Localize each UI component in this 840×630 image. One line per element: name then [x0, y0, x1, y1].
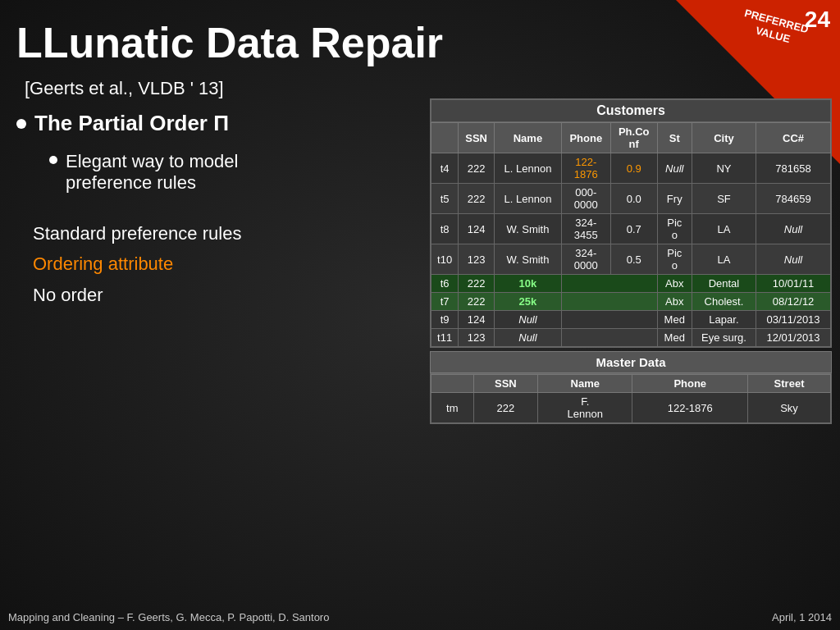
cell-cc: Null — [756, 214, 831, 244]
table-row: t4 222 L. Lennon 122-1876 0.9 Null NY 78… — [431, 153, 831, 184]
cell-st: Med — [657, 311, 692, 329]
cell-phone: 122-1876 — [561, 153, 610, 184]
cell-name: L. Lennon — [494, 184, 561, 214]
cell-ssn: 222 — [459, 275, 495, 293]
cell-id: t7 — [431, 293, 459, 311]
cell-st: Fry — [657, 184, 692, 214]
cell-name: 10k — [494, 275, 561, 293]
table-row: t7 222 25k Abx Cholest. 08/12/12 — [431, 293, 831, 311]
master-col-phone: Phone — [632, 375, 748, 393]
master-col-name: Name — [538, 375, 632, 393]
cell-id: t9 — [431, 311, 459, 329]
cell-city: Cholest. — [692, 293, 756, 311]
customers-header-row: SSN Name Phone Ph.Conf St City CC# — [431, 123, 831, 153]
cell-st: Abx — [657, 293, 692, 311]
table-row: tm 222 F.Lennon 122-1876 Sky — [431, 393, 831, 423]
master-col-id — [431, 375, 474, 393]
cell-conf: 0.0 — [610, 184, 657, 214]
no-order-label: No order — [33, 280, 410, 310]
cell-city: LA — [692, 244, 756, 275]
footer-date: April, 1 2014 — [772, 611, 832, 623]
col-header-name: Name — [494, 123, 561, 153]
cell-st: Null — [657, 153, 692, 184]
cell-phone: 000-0000 — [561, 184, 610, 214]
cell-cc: Null — [756, 244, 831, 275]
col-header-phconf: Ph.Conf — [610, 123, 657, 153]
cell-city: NY — [692, 153, 756, 184]
customers-table: SSN Name Phone Ph.Conf St City CC# t4 22… — [431, 122, 831, 347]
cell-ssn: 222 — [459, 184, 495, 214]
cell-id: t6 — [431, 275, 459, 293]
cell-cc: 03/11/2013 — [756, 311, 831, 329]
master-cell-id: tm — [431, 393, 474, 423]
customers-table-container: Customers SSN Name Phone Ph.Conf St City… — [430, 98, 832, 348]
cell-city: LA — [692, 214, 756, 244]
cell-name: Null — [494, 329, 561, 347]
ordering-label: Ordering attribute — [33, 249, 410, 279]
cell-name: Null — [494, 311, 561, 329]
table-row: t11 123 Null Med Eye surg. 12/01/2013 — [431, 329, 831, 347]
cell-name: W. Smith — [494, 214, 561, 244]
master-table-container: SSN Name Phone Street tm 222 F.Lennon 12… — [430, 373, 832, 424]
cell-phone — [561, 293, 657, 311]
cell-ssn: 124 — [459, 214, 495, 244]
cell-cc: 10/01/11 — [756, 275, 831, 293]
page-subtitle: [Geerts et al., VLDB ' 13] — [25, 78, 224, 99]
footer: Mapping and Cleaning – F. Geerts, G. Mec… — [8, 611, 832, 623]
master-table: SSN Name Phone Street tm 222 F.Lennon 12… — [431, 374, 831, 423]
cell-city: Eye surg. — [692, 329, 756, 347]
cell-cc: 12/01/2013 — [756, 329, 831, 347]
customers-header: Customers — [431, 99, 831, 122]
cell-name: W. Smith — [494, 244, 561, 275]
cell-id: t11 — [431, 329, 459, 347]
bullet-elegant: Elegant way to model preference rules — [49, 151, 410, 194]
master-cell-phone: 122-1876 — [632, 393, 748, 423]
standard-label: Standard preference rules — [33, 218, 410, 249]
standard-section: Standard preference rules Ordering attri… — [33, 218, 410, 310]
cell-id: t5 — [431, 184, 459, 214]
col-header-phone: Phone — [561, 123, 610, 153]
cell-conf: 0.9 — [610, 153, 657, 184]
cell-phone — [561, 275, 657, 293]
cell-conf: 0.7 — [610, 214, 657, 244]
cell-conf: 0.5 — [610, 244, 657, 275]
cell-st: Med — [657, 329, 692, 347]
col-header-ssn: SSN — [459, 123, 495, 153]
cell-ssn: 222 — [459, 293, 495, 311]
cell-ssn: 124 — [459, 311, 495, 329]
cell-ssn: 123 — [459, 244, 495, 275]
cell-city: SF — [692, 184, 756, 214]
cell-phone: 324-0000 — [561, 244, 610, 275]
master-cell-street: Sky — [748, 393, 831, 423]
table-row: t5 222 L. Lennon 000-0000 0.0 Fry SF 784… — [431, 184, 831, 214]
master-cell-ssn: 222 — [473, 393, 538, 423]
master-col-ssn: SSN — [473, 375, 538, 393]
cell-cc: 08/12/12 — [756, 293, 831, 311]
left-content: The Partial Order Π Elegant way to model… — [16, 111, 410, 310]
col-header-cc: CC# — [756, 123, 831, 153]
col-header-st: St — [657, 123, 692, 153]
bullet-dot-2 — [49, 156, 57, 164]
cell-name: L. Lennon — [494, 153, 561, 184]
cell-name: 25k — [494, 293, 561, 311]
master-data-header: Master Data — [430, 351, 832, 373]
cell-ssn: 222 — [459, 153, 495, 184]
cell-id: t10 — [431, 244, 459, 275]
master-header-row: SSN Name Phone Street — [431, 375, 831, 393]
col-header-id — [431, 123, 459, 153]
bullet-partial-order-label: The Partial Order Π — [34, 111, 229, 136]
cell-st: Abx — [657, 275, 692, 293]
cell-city: Lapar. — [692, 311, 756, 329]
cell-id: t4 — [431, 153, 459, 184]
cell-id: t8 — [431, 214, 459, 244]
table-row: t6 222 10k Abx Dental 10/01/11 — [431, 275, 831, 293]
cell-cc: 784659 — [756, 184, 831, 214]
cell-ssn: 123 — [459, 329, 495, 347]
bullet-dot-1 — [16, 119, 26, 129]
bullet-partial-order: The Partial Order Π — [16, 111, 410, 136]
table-row: t9 124 Null Med Lapar. 03/11/2013 — [431, 311, 831, 329]
cell-st: Pico — [657, 214, 692, 244]
cell-phone — [561, 329, 657, 347]
right-panel: Customers SSN Name Phone Ph.Conf St City… — [430, 98, 832, 424]
col-header-city: City — [692, 123, 756, 153]
